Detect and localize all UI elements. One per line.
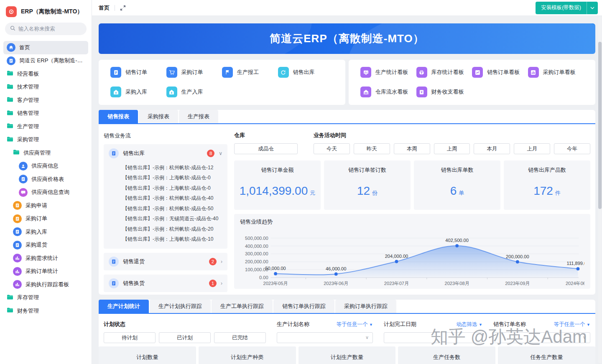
sidebar-item-home[interactable]: 首页 — [3, 41, 88, 54]
plan-finish-date-operator[interactable]: 动态筛选 ▼ — [457, 321, 482, 328]
flow-panel-header[interactable]: 销售出库 8 ∨ — [104, 144, 227, 163]
chevron-right-icon[interactable]: › — [221, 280, 222, 286]
sidebar-item-customer-mgmt[interactable]: 客户管理 — [3, 94, 88, 107]
flow-list-item[interactable]: 【销售出库】-示例：杭州帆软-成品仓-20 — [122, 224, 223, 234]
time-button-this-month[interactable]: 本月 — [474, 143, 510, 154]
sidebar-item-supplier-pricelist[interactable]: 供应商价格表 — [3, 173, 88, 186]
folder-icon — [7, 307, 13, 314]
flow-panel-header[interactable]: 销售退货 2 › — [104, 253, 227, 270]
tab-plan-execution-tracking[interactable]: 生产计划执行跟踪 — [150, 300, 211, 313]
sidebar-item-purchase-inbound[interactable]: 采购入库 — [3, 225, 88, 239]
svg-text:2023年08月: 2023年08月 — [445, 281, 469, 286]
sidebar-item-supplier-mgmt[interactable]: 供应商管理 — [3, 146, 88, 160]
sales-order-name-select[interactable]: ∨ — [493, 332, 590, 343]
quick-link-purchase-order[interactable]: 采购订单 — [166, 67, 222, 78]
stat-card-order-amount: 销售订单金额 1,014,399.00元 — [234, 160, 321, 210]
document-icon — [109, 257, 119, 267]
quick-link-production-report[interactable]: 生产报工 — [222, 67, 278, 78]
quick-link-sales-order[interactable]: 销售订单 — [110, 67, 166, 78]
quick-links-boards: 生产统计看板 库存统计看板 销售订单看板 采购订单看板 仓库流水看板 ¥财务收支… — [349, 60, 595, 105]
sidebar-item-purchase-request[interactable]: 采购申请 — [3, 199, 88, 212]
plan-finish-date-input[interactable] — [384, 332, 482, 343]
quick-link-production-stats-board[interactable]: 生产统计看板 — [360, 67, 416, 78]
sidebar-item-purchase-tracking-board[interactable]: 采购执行跟踪看板 — [3, 278, 88, 291]
quick-link-inventory-stats-board[interactable]: 库存统计看板 — [416, 67, 472, 78]
sidebar-item-purchase-return[interactable]: 采购退货 — [3, 239, 88, 252]
status-button-planned[interactable]: 已计划 — [159, 332, 211, 343]
install-template-button[interactable]: 安装模板(带数据) — [536, 2, 598, 14]
sales-order-name-operator[interactable]: 等于任意一个 ▼ — [554, 321, 590, 328]
flow-list-item[interactable]: 【销售出库】-示例：上海帆软-成品仓-0 — [122, 173, 223, 183]
bar-chart-icon — [13, 280, 22, 289]
time-button-this-year[interactable]: 今年 — [554, 143, 590, 154]
quick-link-warehouse-flow-board[interactable]: 仓库流水看板 — [360, 87, 416, 97]
metric-task-production-qty: 任务生产数量 — [498, 346, 595, 364]
status-button-pending[interactable]: 待计划 — [104, 332, 156, 343]
production-filters: 计划状态 待计划 已计划 已完结 生产计划名称 等于任意一个 ▼ ∨ — [99, 314, 595, 345]
quick-link-finance-board[interactable]: ¥财务收支看板 — [416, 87, 472, 97]
production-stats-card: 生产计划统计 生产计划执行跟踪 生产工单执行跟踪 销售订单执行跟踪 采购订单执行… — [99, 300, 595, 364]
tab-purchase-report[interactable]: 采购报表 — [139, 110, 178, 123]
flow-list-item[interactable]: 【销售出库】-示例：上海帆软-成品仓-10 — [122, 234, 223, 245]
tab-purchase-order-execution-tracking[interactable]: 采购订单执行跟踪 — [335, 300, 396, 313]
tab-production-plan-stats[interactable]: 生产计划统计 — [99, 300, 149, 313]
time-button-today[interactable]: 今天 — [314, 143, 350, 154]
stat-card-orders-signed: 销售订单签订数 12份 — [324, 160, 411, 210]
sidebar-item-supplier-query[interactable]: 供应商信息查询 — [3, 186, 88, 199]
metric-plan-count: 计划数量 — [99, 346, 196, 364]
flow-list-item[interactable]: 【销售出库】-示例：无锡简道云-成品仓-40 — [122, 214, 223, 224]
chevron-down-icon: ∨ — [365, 335, 369, 340]
sidebar-search[interactable] — [5, 23, 87, 35]
plan-name-select[interactable]: ∨ — [277, 332, 373, 343]
quick-link-purchase-order-board[interactable]: 采购订单看板 — [528, 67, 584, 78]
page-scrollbar — [598, 17, 602, 363]
time-button-last-month[interactable]: 上月 — [514, 143, 550, 154]
sidebar-item-purchase-mgmt[interactable]: 采购管理 — [3, 133, 88, 147]
quick-link-production-inbound[interactable]: 生产入库 — [166, 87, 222, 97]
chevron-down-icon[interactable] — [587, 2, 598, 14]
sidebar-item-production-mgmt[interactable]: 生产管理 — [3, 120, 88, 133]
sidebar-item-erp-app[interactable]: 简道云 ERP（离散制造-MTO） — [3, 54, 88, 68]
sidebar-item-purchase-demand-stats[interactable]: 采购需求统计 — [3, 252, 88, 265]
fullscreen-icon[interactable] — [120, 5, 126, 11]
time-button-this-week[interactable]: 本周 — [394, 143, 430, 154]
plan-name-label: 生产计划名称 — [277, 321, 309, 328]
sidebar-item-purchase-order-stats[interactable]: 采购订单统计 — [3, 265, 88, 278]
scrollbar-thumb[interactable] — [598, 42, 602, 209]
sidebar-item-business-board[interactable]: 经营看板 — [3, 67, 88, 81]
document-icon — [19, 175, 28, 183]
chevron-right-icon[interactable]: › — [221, 259, 222, 265]
sidebar-item-supplier-info[interactable]: 供应商信息 — [3, 160, 88, 173]
tab-production-report[interactable]: 生产报表 — [179, 110, 218, 123]
sidebar-item-purchase-order[interactable]: 采购订单 — [3, 212, 88, 226]
topbar: 首页 安装模板(带数据) — [92, 0, 602, 16]
plan-name-operator[interactable]: 等于任意一个 ▼ — [337, 321, 373, 328]
tab-workorder-execution-tracking[interactable]: 生产工单执行跟踪 — [212, 300, 273, 313]
tab-sales-report[interactable]: 销售报表 — [99, 110, 138, 123]
sidebar-item-tech-mgmt[interactable]: 技术管理 — [3, 81, 88, 94]
sidebar-item-inventory-mgmt[interactable]: 库存管理 — [3, 291, 88, 305]
sidebar-item-sales-mgmt[interactable]: 销售管理 — [3, 107, 88, 120]
topbar-tab-home[interactable]: 首页 — [99, 4, 110, 12]
search-input[interactable] — [18, 26, 82, 32]
chevron-down-icon[interactable]: ∨ — [219, 150, 222, 156]
flow-list-item[interactable]: 【销售出库】-示例：杭州帆软-成品仓-50 — [122, 204, 223, 214]
folder-icon — [7, 136, 13, 143]
flow-panel-header[interactable]: 销售换货 1 › — [104, 275, 227, 292]
flow-list-item[interactable]: 【销售出库】-示例：杭州帆软-成品仓-12 — [122, 163, 223, 173]
time-button-yesterday[interactable]: 昨天 — [354, 143, 390, 154]
svg-text:0.00: 0.00 — [259, 275, 268, 280]
status-button-finished[interactable]: 已完结 — [214, 332, 266, 343]
document-icon — [13, 241, 22, 249]
warehouse-button[interactable]: 成品仓 — [234, 143, 298, 154]
quick-link-sales-order-board[interactable]: 销售订单看板 — [472, 67, 528, 78]
sidebar-item-finance-mgmt[interactable]: 财务管理 — [3, 304, 88, 318]
tab-sales-order-execution-tracking[interactable]: 销售订单执行跟踪 — [273, 300, 334, 313]
folder-icon — [7, 84, 13, 91]
flow-list-item[interactable]: 【销售出库】-示例：杭州帆软-成品仓-40 — [122, 193, 223, 204]
quick-link-sales-outbound[interactable]: 销售出库 — [278, 67, 334, 78]
folder-icon — [7, 70, 13, 77]
time-button-last-week[interactable]: 上周 — [434, 143, 470, 154]
flow-list-item[interactable]: 【销售出库】-示例：上海帆软-成品仓-0 — [122, 183, 223, 193]
quick-link-purchase-inbound[interactable]: 采购入库 — [110, 87, 166, 97]
